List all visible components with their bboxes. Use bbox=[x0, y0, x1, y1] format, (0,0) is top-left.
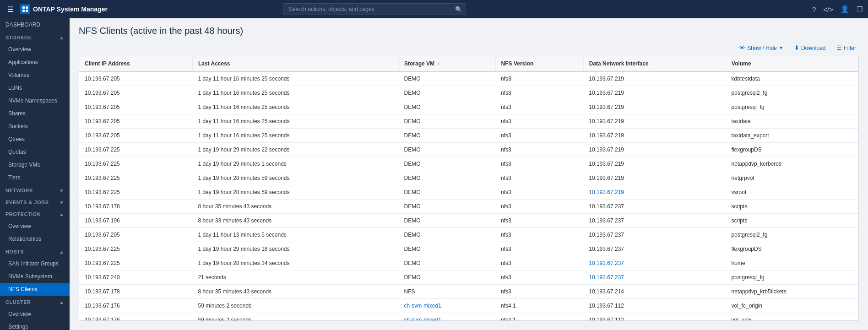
expand-icon[interactable]: ❐ bbox=[857, 5, 863, 13]
table-row: 10.193.67.2251 day 19 hour 29 minutes 1 … bbox=[79, 157, 858, 171]
svg-rect-2 bbox=[22, 10, 25, 12]
table-row: 10.193.67.2251 day 19 hour 28 minutes 59… bbox=[79, 185, 858, 200]
col-last-access[interactable]: Last Access bbox=[192, 56, 398, 71]
sidebar-item-dashboard[interactable]: DASHBOARD bbox=[0, 18, 70, 31]
logo-icon bbox=[20, 4, 30, 14]
svg-rect-0 bbox=[22, 6, 25, 9]
sidebar-item-volumes[interactable]: Volumes bbox=[0, 69, 70, 81]
table-row: 10.193.67.24021 secondsDEMOnfs310.193.67… bbox=[79, 270, 858, 285]
sidebar-item-nvme-namespaces[interactable]: NVMe Namespaces bbox=[0, 94, 70, 107]
sidebar-item-settings[interactable]: Settings bbox=[0, 320, 70, 330]
sidebar-item-applications[interactable]: Applications bbox=[0, 56, 70, 69]
col-storage-vm[interactable]: Storage VM ↕ bbox=[399, 56, 496, 71]
download-icon: ⬇ bbox=[794, 44, 799, 51]
chevron-up-icon: ▲ bbox=[60, 212, 64, 217]
col-volume[interactable]: Volume bbox=[726, 56, 858, 71]
sidebar: DASHBOARD STORAGE ▲ Overview Application… bbox=[0, 18, 70, 330]
main-content: NFS Clients (active in the past 48 hours… bbox=[70, 18, 868, 330]
chevron-down-icon: ▼ bbox=[779, 45, 783, 50]
table-row: 10.193.67.17659 minutes 2 secondsch-svm-… bbox=[79, 313, 858, 321]
sidebar-section-cluster[interactable]: CLUSTER ▲ bbox=[0, 296, 70, 308]
code-icon[interactable]: </> bbox=[823, 5, 833, 13]
table-row: 10.193.67.2051 day 11 hour 13 minutes 5 … bbox=[79, 228, 858, 242]
sidebar-item-buckets[interactable]: Buckets bbox=[0, 120, 70, 133]
sidebar-item-luns[interactable]: LUNs bbox=[0, 81, 70, 94]
search-icon: 🔍 bbox=[455, 6, 462, 13]
sidebar-item-overview-storage[interactable]: Overview bbox=[0, 43, 70, 56]
chevron-down-icon: ▼ bbox=[60, 188, 64, 193]
table-row: 10.193.67.2051 day 11 hour 16 minutes 25… bbox=[79, 71, 858, 86]
table-body: 10.193.67.2051 day 11 hour 16 minutes 25… bbox=[79, 71, 858, 321]
svg-rect-1 bbox=[26, 6, 28, 9]
sidebar-section-network[interactable]: NETWORK ▼ bbox=[0, 184, 70, 196]
sidebar-item-relationships[interactable]: Relationships bbox=[0, 233, 70, 245]
table-row: 10.193.67.2251 day 19 hour 29 minutes 22… bbox=[79, 143, 858, 157]
toolbar: 👁 Show / Hide ▼ ⬇ Download ☰ Filter bbox=[70, 40, 868, 56]
user-icon[interactable]: 👤 bbox=[841, 5, 849, 13]
sidebar-item-qtrees[interactable]: Qtrees bbox=[0, 133, 70, 146]
sidebar-item-nvme-subsystem[interactable]: NVMe Subsystem bbox=[0, 270, 70, 283]
table-row: 10.193.67.1968 hour 33 minutes 43 second… bbox=[79, 214, 858, 228]
sort-icon: ↕ bbox=[437, 61, 439, 66]
chevron-up-icon: ▲ bbox=[60, 35, 64, 40]
sidebar-item-overview-cluster[interactable]: Overview bbox=[0, 308, 70, 320]
table-row: 10.193.67.2251 day 19 hour 29 minutes 18… bbox=[79, 242, 858, 256]
app-logo: ONTAP System Manager bbox=[20, 4, 108, 14]
nfs-clients-table: Client IP Address Last Access Storage VM… bbox=[79, 56, 858, 321]
hamburger-menu[interactable]: ☰ bbox=[5, 3, 16, 16]
search-input[interactable] bbox=[283, 3, 466, 15]
page-header: NFS Clients (active in the past 48 hours… bbox=[70, 18, 868, 40]
table-row: 10.193.67.2051 day 11 hour 16 minutes 25… bbox=[79, 129, 858, 143]
search-bar[interactable]: 🔍 bbox=[283, 3, 466, 15]
download-button[interactable]: ⬇ Download bbox=[792, 43, 828, 53]
sidebar-item-san-initiator-groups[interactable]: SAN Initiator Groups bbox=[0, 257, 70, 270]
sidebar-section-storage[interactable]: STORAGE ▲ bbox=[0, 31, 70, 43]
col-nfs-version[interactable]: NFS Version bbox=[495, 56, 583, 71]
sidebar-section-hosts[interactable]: HOSTS ▲ bbox=[0, 245, 70, 257]
table-row: 10.193.67.2051 day 11 hour 16 minutes 25… bbox=[79, 100, 858, 114]
nav-icons: ? </> 👤 ❐ bbox=[812, 5, 863, 13]
chevron-down-icon: ▼ bbox=[60, 200, 64, 205]
eye-icon: 👁 bbox=[739, 44, 745, 51]
main-layout: DASHBOARD STORAGE ▲ Overview Application… bbox=[0, 18, 868, 330]
table-row: 10.193.67.2051 day 11 hour 16 minutes 25… bbox=[79, 114, 858, 129]
col-client-ip[interactable]: Client IP Address bbox=[79, 56, 192, 71]
show-hide-button[interactable]: 👁 Show / Hide ▼ bbox=[737, 43, 786, 53]
chevron-up-icon: ▲ bbox=[60, 249, 64, 254]
help-icon[interactable]: ? bbox=[812, 5, 816, 13]
svg-rect-3 bbox=[26, 10, 28, 12]
table-row: 10.193.67.1788 hour 35 minutes 43 second… bbox=[79, 200, 858, 214]
chevron-up-icon: ▲ bbox=[60, 300, 64, 305]
table-row: 10.193.67.2251 day 19 hour 28 minutes 59… bbox=[79, 171, 858, 185]
sidebar-item-shares[interactable]: Shares bbox=[0, 107, 70, 120]
table-row: 10.193.67.17659 minutes 2 secondsch-svm-… bbox=[79, 299, 858, 313]
sidebar-item-storage-vms[interactable]: Storage VMs bbox=[0, 158, 70, 171]
sidebar-item-nfs-clients[interactable]: NFS Clients bbox=[0, 283, 70, 296]
table-header: Client IP Address Last Access Storage VM… bbox=[79, 56, 858, 71]
sidebar-item-overview-protection[interactable]: Overview bbox=[0, 220, 70, 233]
sidebar-section-protection[interactable]: PROTECTION ▲ bbox=[0, 208, 70, 220]
nfs-clients-table-container: Client IP Address Last Access Storage VM… bbox=[79, 56, 859, 321]
table-row: 10.193.67.2051 day 11 hour 16 minutes 25… bbox=[79, 86, 858, 100]
sidebar-section-events[interactable]: EVENTS & JOBS ▼ bbox=[0, 196, 70, 208]
table-row: 10.193.67.2251 day 19 hour 28 minutes 34… bbox=[79, 256, 858, 270]
table-row: 10.193.67.1788 hour 35 minutes 43 second… bbox=[79, 285, 858, 299]
app-title: ONTAP System Manager bbox=[33, 5, 108, 13]
filter-icon: ☰ bbox=[836, 44, 842, 51]
sidebar-item-tiers[interactable]: Tiers bbox=[0, 171, 70, 184]
col-data-network[interactable]: Data Network Interface bbox=[583, 56, 726, 71]
top-navigation: ☰ ONTAP System Manager 🔍 ? </> 👤 ❐ bbox=[0, 0, 868, 18]
filter-button[interactable]: ☰ Filter bbox=[834, 43, 859, 53]
page-title: NFS Clients (active in the past 48 hours… bbox=[79, 26, 859, 36]
sidebar-item-quotas[interactable]: Quotas bbox=[0, 146, 70, 158]
